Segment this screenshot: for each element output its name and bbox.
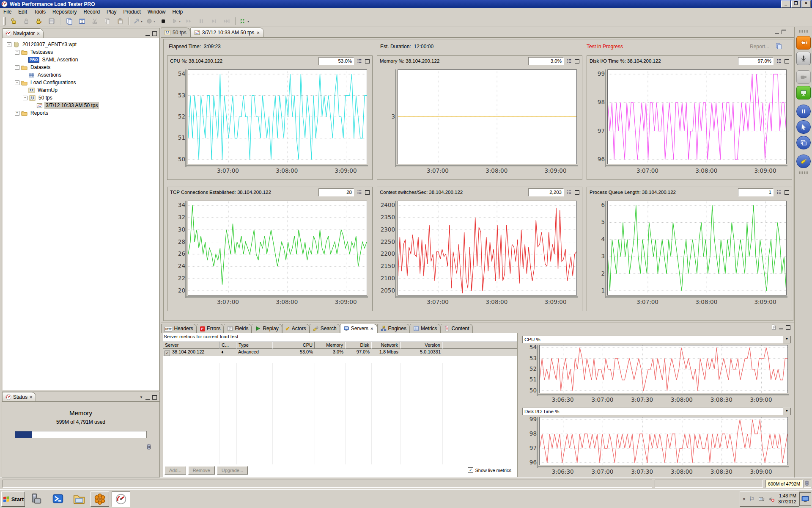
list-icon[interactable]	[566, 189, 572, 195]
server-manager-icon[interactable]	[27, 491, 45, 506]
toolbar-grip[interactable]	[3, 17, 5, 25]
record-icon[interactable]: ▾	[144, 16, 157, 26]
status-maximize-icon[interactable]	[152, 395, 157, 400]
load-tester-icon[interactable]	[112, 491, 130, 507]
trash-icon[interactable]	[145, 443, 152, 450]
tree-item[interactable]: −Load Configurations	[3, 79, 159, 86]
tree-expander-icon[interactable]: −	[15, 50, 19, 55]
list-icon[interactable]	[776, 58, 782, 64]
column-header-version[interactable]: Version	[400, 342, 442, 349]
status-tab[interactable]: Status ×	[2, 392, 36, 401]
tab-replay[interactable]: Replay	[252, 324, 282, 333]
page-icon[interactable]	[771, 324, 776, 330]
chart-maximize-icon[interactable]	[785, 190, 789, 195]
status-close-icon[interactable]: ×	[29, 395, 33, 400]
tree-expander-icon[interactable]: +	[15, 111, 19, 116]
column-header-c[interactable]: C...	[219, 342, 236, 349]
tab-fields[interactable]: Fields	[224, 324, 252, 333]
tray-clock[interactable]: 1:43 PM 3/7/2012	[778, 493, 796, 505]
close-button[interactable]: ×	[801, 0, 811, 8]
column-header-network[interactable]: Network	[371, 342, 400, 349]
metric-selector[interactable]: CPU %▼	[522, 336, 791, 343]
tree-item[interactable]: −50 tps	[3, 94, 159, 102]
status-minimize-icon[interactable]	[145, 395, 150, 400]
navigator-minimize-icon[interactable]	[145, 32, 150, 36]
chevron-down-icon[interactable]: ▼	[783, 408, 791, 415]
tree-expander-icon[interactable]: −	[15, 80, 19, 85]
copy-view-icon[interactable]	[63, 16, 76, 26]
column-header-server[interactable]: Server	[163, 342, 219, 349]
tab-search[interactable]: Search	[310, 324, 340, 333]
navigator-maximize-icon[interactable]	[152, 31, 157, 36]
chart-maximize-icon[interactable]	[575, 59, 579, 64]
tab-headers[interactable]: HTTPHeaders	[161, 324, 197, 333]
drag-grip[interactable]	[799, 171, 808, 174]
wrench-icon[interactable]: ▾	[132, 16, 144, 26]
list-icon[interactable]	[357, 58, 362, 64]
menu-file[interactable]: File	[0, 8, 15, 15]
step-next-icon[interactable]	[208, 16, 220, 26]
table-row[interactable]: ✓38.104.200.122♦Advanced53.0%3.0%97.0%1.…	[163, 349, 517, 356]
list-icon[interactable]	[357, 189, 362, 195]
tree-item[interactable]: +Reports	[3, 109, 159, 117]
tab-close-icon[interactable]: ×	[370, 326, 373, 331]
bottom-maximize-icon[interactable]	[786, 325, 790, 330]
minimize-button[interactable]: _	[781, 0, 790, 8]
tab-metrics[interactable]: Metrics	[410, 324, 441, 333]
report-link[interactable]: Report...	[750, 44, 769, 50]
tree-item[interactable]: 3/7/12 10:33 AM 50 tps	[3, 102, 159, 109]
save-icon[interactable]	[45, 16, 58, 26]
network-icon[interactable]	[758, 496, 765, 502]
tree-item[interactable]: WarmUp	[3, 86, 159, 94]
menu-help[interactable]: Help	[169, 8, 186, 15]
tree-item[interactable]: PROSAML Assertion	[3, 56, 159, 64]
lock-icon[interactable]	[20, 16, 33, 26]
tab-actors[interactable]: ✔Actors	[282, 324, 310, 333]
flower-icon[interactable]	[91, 491, 109, 507]
navigator-tab[interactable]: Navigator ×	[2, 28, 44, 38]
menu-edit[interactable]: Edit	[15, 8, 30, 15]
remove-button[interactable]: Remove	[188, 466, 215, 475]
report-icon[interactable]	[776, 43, 782, 49]
lock-edit-icon[interactable]	[33, 16, 45, 26]
tree-expander-icon[interactable]: −	[7, 42, 11, 47]
editor-minimize-icon[interactable]	[775, 30, 779, 34]
step-last-icon[interactable]	[220, 16, 233, 26]
editor-tab[interactable]: 50 tps	[161, 28, 190, 37]
editor-tab[interactable]: 3/7/12 10:33 AM 50 tps×	[190, 28, 264, 37]
highlighter-icon[interactable]	[796, 155, 811, 168]
status-view-menu-icon[interactable]: ▼	[140, 395, 143, 399]
restore-button[interactable]: ❐	[791, 0, 801, 8]
microphone-icon[interactable]	[796, 52, 811, 65]
camera-icon[interactable]	[796, 70, 811, 84]
bottom-minimize-icon[interactable]	[779, 325, 783, 329]
start-button[interactable]: Start	[1, 491, 25, 507]
list-icon[interactable]	[566, 58, 572, 64]
volume-muted-icon[interactable]	[768, 496, 775, 502]
fast-forward-icon[interactable]	[182, 16, 195, 26]
menu-play[interactable]: Play	[103, 8, 120, 15]
tab-engines[interactable]: Engines	[377, 324, 410, 333]
menu-product[interactable]: Product	[120, 8, 144, 15]
lock-open-icon[interactable]	[7, 16, 20, 26]
cursor-icon[interactable]	[796, 120, 811, 134]
list-icon[interactable]	[776, 189, 782, 195]
tree-item[interactable]: Assertions	[3, 71, 159, 79]
row-checkbox[interactable]: ✓	[165, 351, 170, 356]
menu-repository[interactable]: Repository	[49, 8, 80, 15]
tab-close-icon[interactable]: ×	[256, 30, 260, 35]
menu-window[interactable]: Window	[144, 8, 169, 15]
collapse-chevron-icon[interactable]: »	[741, 497, 747, 500]
play-all-icon[interactable]: ▾	[238, 16, 251, 26]
tree-item[interactable]: −Datasets	[3, 64, 159, 71]
paste-icon[interactable]	[114, 16, 126, 26]
show-live-metrics-checkbox[interactable]: ✓	[468, 467, 473, 473]
column-header-cpu[interactable]: CPU	[272, 342, 315, 349]
tab-errors[interactable]: EErrors	[197, 324, 224, 333]
tree-item[interactable]: −Testcases	[3, 48, 159, 56]
stop-icon[interactable]	[157, 16, 170, 26]
cut-icon[interactable]	[88, 16, 101, 26]
add-button[interactable]: Add...	[165, 466, 186, 475]
back-icon[interactable]	[796, 36, 811, 50]
pause-icon[interactable]	[796, 105, 811, 118]
